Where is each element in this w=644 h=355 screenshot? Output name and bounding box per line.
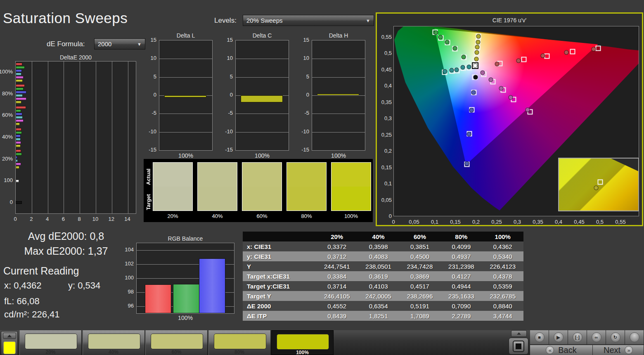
- swatch-row-label-actual: Actual: [145, 163, 152, 190]
- infinity-button[interactable]: ∞: [587, 330, 606, 344]
- lch-y-tick: 15: [144, 37, 156, 43]
- table-cell: 238,2696: [399, 291, 440, 301]
- table-row: ΔE ITP0,84391,82511,70892,27893,4744: [243, 311, 523, 321]
- cie-measured-yellow: [476, 34, 481, 38]
- cie-measured-red: [516, 58, 521, 63]
- table-cell: 235,1633: [440, 291, 482, 301]
- rgb-y-tick: 102: [123, 260, 134, 267]
- stop-measure-button[interactable]: [509, 338, 528, 355]
- cie-x-tick: 0,3: [514, 219, 521, 225]
- lch-gridline: [236, 114, 289, 114]
- cie-measured-green: [452, 46, 457, 50]
- lch-gridline: [159, 132, 212, 133]
- cie-measured-yellow: [474, 57, 479, 61]
- next-button[interactable]: Next »: [593, 345, 644, 355]
- indicator-button[interactable]: [625, 330, 644, 344]
- patch-button-20%[interactable]: 20%: [19, 330, 82, 355]
- patch-scroll-up-button[interactable]: [3, 333, 16, 339]
- cie-zoom-inset: [558, 158, 639, 211]
- rgb-y-tick: 96: [123, 303, 134, 309]
- de-formula-label: dE Formula:: [47, 40, 85, 48]
- deltae-group-label: 0: [10, 199, 13, 205]
- de-formula-dropdown[interactable]: 2000 ▼: [94, 38, 145, 50]
- levels-dropdown[interactable]: 20% Sweeps ▼: [243, 15, 374, 26]
- table-col-header: 60%: [399, 232, 440, 241]
- cie-inset-target-square: [597, 179, 603, 185]
- rgb-y-tick: 104: [123, 246, 134, 253]
- table-row: ΔE 20000,45520,63540,51910,70900,8840: [243, 301, 523, 311]
- lch-gridline: [312, 59, 365, 59]
- cie-plot: [393, 26, 639, 216]
- deltae-group-label: 20%: [2, 156, 13, 162]
- delta-chart-delta-l: [159, 40, 213, 151]
- table-cell: 238,0501: [358, 261, 399, 271]
- table-cell: 0,3869: [399, 271, 440, 281]
- cie-measured-magenta: [509, 95, 513, 100]
- deltae-gridline: [32, 62, 32, 213]
- table-cell: 0,3714: [316, 281, 358, 291]
- rgb-balance-title: RGB Balance: [136, 235, 234, 242]
- deltae-chart: [15, 61, 136, 214]
- delta-bar: [317, 94, 359, 95]
- swatch-actual: [242, 163, 282, 187]
- deltae-bar: [16, 63, 22, 66]
- lch-y-tick: 5: [220, 73, 233, 80]
- chevron-down-icon: ▼: [366, 18, 370, 23]
- stop-button[interactable]: ■: [530, 330, 549, 344]
- swatch-target: [287, 187, 326, 211]
- deltae-group-label: 100%: [0, 69, 13, 75]
- cie-x-tick: 0: [392, 219, 395, 225]
- table-cell: 0,3619: [358, 271, 399, 281]
- lch-y-tick: 0: [297, 92, 309, 98]
- lch-gridline: [312, 77, 365, 78]
- current-reading-label: Current Reading: [3, 265, 79, 277]
- stop-icon: [516, 343, 521, 349]
- patch-color: [151, 334, 203, 349]
- patch-button-100%[interactable]: 100%: [271, 330, 334, 355]
- table-cell: 0,5340: [482, 251, 523, 261]
- table-col-header: 40%: [358, 232, 399, 241]
- table-cell: 3,4744: [482, 311, 523, 321]
- table-cell: 0,3372: [316, 241, 358, 251]
- cie-measured-cyan: [443, 69, 447, 74]
- transport-collapse-button[interactable]: [511, 330, 527, 337]
- table-row-label: Target Y: [243, 291, 316, 301]
- color-swatch: [153, 162, 193, 211]
- reading-fl: fL: 66,08: [4, 296, 40, 307]
- table-cell: 0,4083: [358, 251, 399, 261]
- play-button[interactable]: ▶: [549, 330, 568, 344]
- deltae-group-label: 40%: [2, 134, 13, 140]
- table-cell: 1,7089: [399, 311, 440, 321]
- table-col-header: 100%: [482, 232, 523, 241]
- cie-measured-cyan: [455, 68, 459, 72]
- swatch-label: 100%: [331, 213, 371, 219]
- table-cell: 0,4362: [482, 241, 523, 251]
- table-cell: 234,7428: [399, 261, 440, 271]
- table-row-label: Target y:CIE31: [243, 281, 316, 291]
- patch-button-80%[interactable]: 80%: [208, 330, 271, 355]
- swatch-row-label-target: Target: [145, 189, 152, 216]
- table-cell: 232,6785: [482, 291, 523, 301]
- cie-measured-red: [540, 53, 545, 58]
- patch-button-60%[interactable]: 60%: [145, 330, 208, 355]
- ab-loop-button[interactable]: [·]: [568, 330, 587, 344]
- ab-loop-icon: [·]: [573, 332, 582, 342]
- swatch-target: [331, 187, 371, 211]
- table-row: y: CIE310,37120,40830,45000,49370,5340: [243, 251, 523, 261]
- refresh-icon: ↻: [611, 332, 620, 342]
- cie-x-tick: 0,5: [596, 219, 604, 225]
- cie-measured-green: [462, 54, 466, 59]
- back-button[interactable]: « Back: [530, 345, 593, 355]
- cie-measured-red: [592, 47, 596, 52]
- table-cell: 0,4500: [399, 251, 440, 261]
- refresh-button[interactable]: ↻: [606, 330, 625, 344]
- deltae-x-tick: 6: [62, 216, 65, 222]
- lch-y-tick: 5: [297, 73, 309, 80]
- lch-y-tick: -5: [297, 110, 309, 116]
- play-icon: ▶: [554, 332, 564, 342]
- patch-button-40%[interactable]: 40%: [83, 330, 145, 355]
- deltae-bar: [16, 116, 23, 119]
- lch-y-tick: 10: [220, 55, 233, 61]
- cie-y-tick: 0,4: [379, 83, 392, 89]
- cie-target-red: [596, 45, 601, 51]
